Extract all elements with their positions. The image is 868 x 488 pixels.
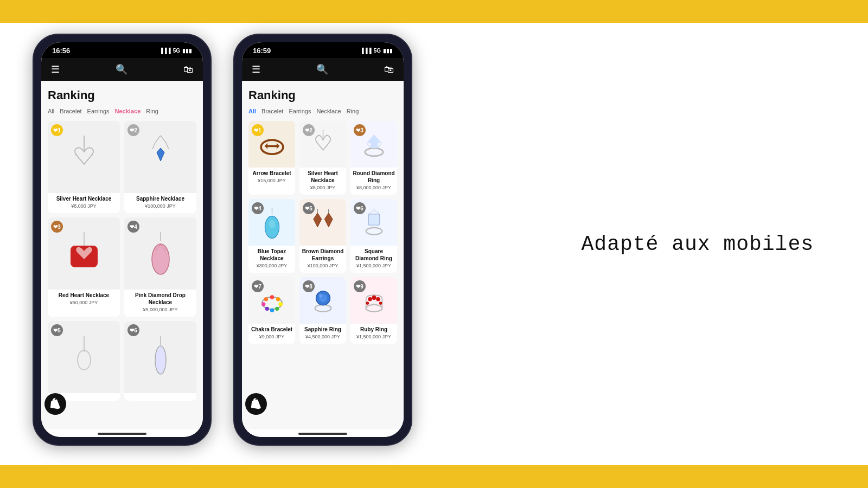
phone1-status-bar: 16:56 ▐▐▐ 5G ▮▮▮ <box>41 42 203 58</box>
product2-price-9: ¥1,500,000 JPY <box>350 334 397 339</box>
svg-point-41 <box>275 306 279 310</box>
rank-badge-4: ❤4 <box>127 221 139 233</box>
product2-price-6: ¥1,500,000 JPY <box>350 263 397 268</box>
phone-2: 16:59 ▐▐▐ 5G ▮▮▮ ☰ 🔍 🛍 Ranking All Bra <box>233 34 412 446</box>
phone2-shopify-fab[interactable] <box>245 393 267 415</box>
search-icon[interactable]: 🔍 <box>116 63 127 75</box>
svg-line-23 <box>366 143 370 147</box>
product2-img-4: ❤4 <box>248 199 295 246</box>
svg-point-38 <box>270 295 273 299</box>
product2-price-3: ¥8,000,000 JPY <box>350 185 397 190</box>
svg-point-55 <box>379 301 382 305</box>
filter2-ring[interactable]: Ring <box>347 108 359 114</box>
product-card-2[interactable]: ❤2 Sapphire Necklace ¥100,000 J <box>124 121 196 213</box>
product2-name-1: Arrow Bracelet <box>248 168 295 178</box>
product-price-2: ¥100,000 JPY <box>124 203 196 209</box>
filter2-necklace[interactable]: Necklace <box>316 108 341 114</box>
battery-icon: ▮▮▮ <box>182 48 192 54</box>
phone2-status-bar: 16:59 ▐▐▐ 5G ▮▮▮ <box>242 42 404 58</box>
product2-card-6[interactable]: ❤6 Square Diamond Ring ¥1,500,0 <box>350 199 397 273</box>
svg-point-15 <box>78 350 91 370</box>
svg-marker-31 <box>324 213 333 227</box>
filter2-all[interactable]: All <box>248 108 256 114</box>
bottom-bar <box>0 465 868 488</box>
product-name-4: Pink Diamond Drop Necklace <box>124 290 196 307</box>
jewelry-svg-2 <box>136 133 185 182</box>
search-icon2[interactable]: 🔍 <box>316 63 328 75</box>
product-name-2: Sapphire Necklace <box>124 193 196 203</box>
rank-badge-2: ❤2 <box>127 124 139 136</box>
product2-name-2: Silver Heart Necklace <box>299 168 346 185</box>
phone1-filters: All Bracelet Earrings Necklace Ring <box>48 108 196 114</box>
product2-price-2: ¥8,000 JPY <box>299 185 346 190</box>
svg-line-3 <box>155 136 161 143</box>
cart-icon[interactable]: 🛍 <box>183 64 193 75</box>
phone1-ranking-title: Ranking <box>48 88 196 102</box>
filter-ring[interactable]: Ring <box>146 108 158 114</box>
tagline: Adapté aux mobiles <box>582 233 814 256</box>
phone2-home-bar <box>298 433 347 435</box>
product2-card-1[interactable]: ❤1 Arrow Bracelet ¥15,000 JPY <box>248 121 295 195</box>
phone1-home-indicator <box>41 429 203 437</box>
svg-point-2 <box>91 153 93 155</box>
filter2-bracelet[interactable]: Bracelet <box>261 108 283 114</box>
product2-card-3[interactable]: ❤3 Round Diamond Ring ¥8,000,000 JPY <box>350 121 397 195</box>
filter-necklace[interactable]: Necklace <box>115 108 141 114</box>
product2-card-9[interactable]: ❤9 Ruby R <box>350 277 397 344</box>
product-card-4[interactable]: ❤4 Pink Diamond Drop Necklace ¥5,000,000… <box>124 217 196 317</box>
phone2-content: Ranking All Bracelet Earrings Necklace R… <box>242 81 404 429</box>
svg-marker-29 <box>313 213 321 227</box>
menu-icon[interactable]: ☰ <box>51 63 60 75</box>
product2-img-7: ❤7 <box>248 277 295 324</box>
network-icon2: 5G <box>374 48 381 54</box>
rank-badge-1: ❤1 <box>51 124 63 136</box>
phone-1: 16:56 ▐▐▐ 5G ▮▮▮ ☰ 🔍 🛍 Ranking All Bra <box>33 34 212 446</box>
product-img-3: ❤3 <box>48 217 120 290</box>
product-card-5[interactable]: ❤5 <box>48 321 120 401</box>
product2-name-4: Blue Topaz Necklace <box>248 246 295 263</box>
product2-name-3: Round Diamond Ring <box>350 168 397 185</box>
svg-rect-33 <box>368 214 379 224</box>
product2-img-3: ❤3 <box>350 121 397 168</box>
product-card-6[interactable]: ❤6 <box>124 321 196 401</box>
product2-card-5[interactable]: ❤5 Brown Diamond Earrings ¥100,000 JPY <box>299 199 346 273</box>
svg-point-54 <box>366 301 369 305</box>
product-card-1[interactable]: ❤1 Silver Heart Necklace ¥8,000 JPY <box>48 121 120 213</box>
filter-earrings[interactable]: Earrings <box>87 108 110 114</box>
phones-area: 16:56 ▐▐▐ 5G ▮▮▮ ☰ 🔍 🛍 Ranking All Bra <box>33 23 412 465</box>
product2-card-8[interactable]: ❤8 Sapphire Ring ¥4,500,000 JPY <box>299 277 346 344</box>
product2-price-8: ¥4,500,000 JPY <box>299 334 346 339</box>
svg-line-35 <box>374 210 379 214</box>
filter2-earrings[interactable]: Earrings <box>289 108 311 114</box>
phone2-status-icons: ▐▐▐ 5G ▮▮▮ <box>360 48 393 54</box>
top-bar <box>0 0 868 23</box>
menu-icon2[interactable]: ☰ <box>252 63 260 75</box>
product2-name-8: Sapphire Ring <box>299 324 346 334</box>
filter-bracelet[interactable]: Bracelet <box>60 108 81 114</box>
svg-point-27 <box>269 220 275 228</box>
svg-point-1 <box>75 153 76 155</box>
cart-icon2[interactable]: 🛍 <box>384 64 394 75</box>
svg-marker-19 <box>264 143 279 149</box>
rank-badge-6: ❤6 <box>127 324 139 336</box>
rank2-badge-5: ❤5 <box>303 202 315 214</box>
svg-point-51 <box>368 297 372 301</box>
product2-name-6: Square Diamond Ring <box>350 246 397 263</box>
signal-icon: ▐▐▐ <box>159 48 170 54</box>
phone1-shopify-fab[interactable] <box>44 393 66 415</box>
product2-img-8: ❤8 <box>299 277 346 324</box>
rank2-badge-4: ❤4 <box>252 202 264 214</box>
phone2-row1: ❤1 Arrow Bracelet ¥15,000 JPY <box>248 121 397 195</box>
filter-all[interactable]: All <box>48 108 54 114</box>
product2-card-2[interactable]: ❤2 Silver Heart Necklace ¥8,000 JPY <box>299 121 346 195</box>
product2-img-6: ❤6 <box>350 199 397 246</box>
product-card-3[interactable]: ❤3 Red Heart Necklace ¥50,000 JPY <box>48 217 120 317</box>
rank2-badge-6: ❤6 <box>354 202 366 214</box>
svg-point-45 <box>264 297 267 301</box>
product2-name-9: Ruby Ring <box>350 324 397 334</box>
product2-card-7[interactable]: ❤7 <box>248 277 295 344</box>
product2-card-4[interactable]: ❤4 Blue Topaz Necklace ¥300,000 JPY <box>248 199 295 273</box>
product-name-6 <box>124 393 196 396</box>
phone1-time: 16:56 <box>52 47 70 55</box>
product-name-1: Silver Heart Necklace <box>48 193 120 203</box>
